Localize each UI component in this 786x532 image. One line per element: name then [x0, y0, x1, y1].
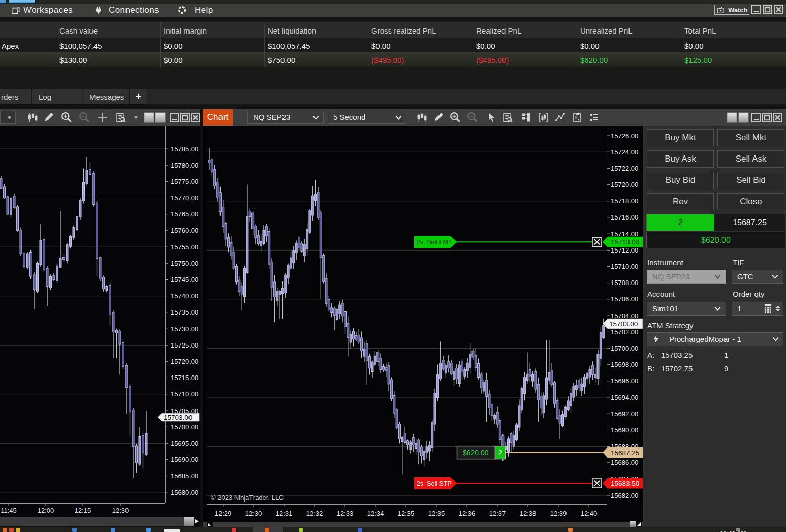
- svg-text:15696.00: 15696.00: [611, 377, 638, 385]
- svg-text:15712.00: 15712.00: [611, 246, 638, 254]
- svg-text:15710.00: 15710.00: [171, 390, 198, 398]
- svg-text:12:29: 12:29: [215, 510, 232, 517]
- svg-text:$620.00: $620.00: [463, 449, 489, 457]
- svg-text:15775.00: 15775.00: [171, 178, 198, 185]
- svg-text:15785.00: 15785.00: [171, 145, 198, 153]
- svg-text:15735.00: 15735.00: [171, 308, 198, 316]
- svg-text:15687.25: 15687.25: [611, 449, 639, 457]
- svg-text:15730.00: 15730.00: [171, 325, 198, 333]
- svg-text:15690.00: 15690.00: [171, 456, 198, 463]
- svg-text:15686.00: 15686.00: [611, 459, 638, 466]
- svg-text:15722.00: 15722.00: [611, 165, 638, 172]
- svg-text:15704.00: 15704.00: [611, 312, 638, 320]
- svg-text:12:30: 12:30: [112, 507, 129, 514]
- svg-text:15708.00: 15708.00: [611, 279, 638, 287]
- svg-text:15703.00: 15703.00: [164, 414, 192, 421]
- svg-text:12:00: 12:00: [38, 507, 54, 514]
- svg-text:15683.50: 15683.50: [611, 480, 639, 487]
- svg-text:12:39: 12:39: [550, 510, 567, 517]
- svg-text:© 2023 NinjaTrader, LLC: © 2023 NinjaTrader, LLC: [211, 494, 284, 502]
- svg-text:2: 2: [498, 449, 502, 457]
- svg-text:15713.00: 15713.00: [611, 238, 639, 246]
- svg-text:15702.00: 15702.00: [611, 328, 638, 336]
- svg-text:15692.00: 15692.00: [611, 410, 638, 418]
- svg-text:12:37: 12:37: [489, 510, 506, 517]
- svg-text:15700.00: 15700.00: [611, 345, 638, 352]
- svg-text:15780.00: 15780.00: [171, 162, 198, 169]
- svg-text:15740.00: 15740.00: [171, 292, 198, 300]
- svg-text:12:34: 12:34: [367, 510, 384, 517]
- svg-text:15745.00: 15745.00: [171, 276, 198, 284]
- svg-text:15680.00: 15680.00: [171, 489, 198, 496]
- svg-text:12:15: 12:15: [75, 507, 91, 514]
- svg-text:15706.00: 15706.00: [611, 295, 638, 303]
- svg-text:2s Sell STP: 2s Sell STP: [417, 480, 452, 487]
- svg-text:12:35: 12:35: [428, 510, 445, 517]
- svg-text:15770.00: 15770.00: [171, 194, 198, 202]
- svg-text:15724.00: 15724.00: [611, 148, 638, 156]
- svg-text:15716.00: 15716.00: [611, 213, 638, 221]
- svg-text:15750.00: 15750.00: [171, 260, 198, 267]
- svg-text:2s Sell LMT: 2s Sell LMT: [417, 239, 452, 246]
- svg-text:15700.00: 15700.00: [171, 423, 198, 431]
- svg-text:12:30: 12:30: [245, 510, 262, 517]
- svg-text:15694.00: 15694.00: [611, 394, 638, 401]
- svg-text:15703.00: 15703.00: [609, 320, 638, 328]
- svg-text:15714.00: 15714.00: [611, 230, 638, 238]
- svg-text:15725.00: 15725.00: [171, 341, 198, 349]
- svg-text:11:45: 11:45: [1, 507, 17, 514]
- svg-text:15726.00: 15726.00: [611, 132, 638, 140]
- svg-text:12:38: 12:38: [520, 510, 537, 517]
- svg-text:15695.00: 15695.00: [171, 440, 198, 447]
- svg-text:15682.00: 15682.00: [611, 492, 638, 499]
- svg-text:15698.00: 15698.00: [611, 361, 638, 368]
- svg-text:15718.00: 15718.00: [611, 197, 638, 205]
- svg-text:15715.00: 15715.00: [171, 374, 198, 382]
- svg-text:15760.00: 15760.00: [171, 227, 198, 234]
- svg-text:15765.00: 15765.00: [171, 210, 198, 218]
- svg-text:15720.00: 15720.00: [171, 358, 198, 365]
- svg-text:15690.00: 15690.00: [611, 426, 638, 434]
- svg-text:15685.00: 15685.00: [171, 472, 198, 480]
- svg-text:12:40: 12:40: [581, 510, 598, 517]
- svg-text:12:36: 12:36: [459, 510, 476, 517]
- svg-text:12:33: 12:33: [337, 510, 354, 517]
- svg-text:15755.00: 15755.00: [171, 243, 198, 251]
- svg-text:12:32: 12:32: [306, 510, 323, 517]
- svg-text:12:35: 12:35: [398, 510, 415, 517]
- svg-text:15710.00: 15710.00: [611, 263, 638, 270]
- svg-text:12:31: 12:31: [276, 510, 293, 517]
- svg-text:15720.00: 15720.00: [611, 181, 638, 189]
